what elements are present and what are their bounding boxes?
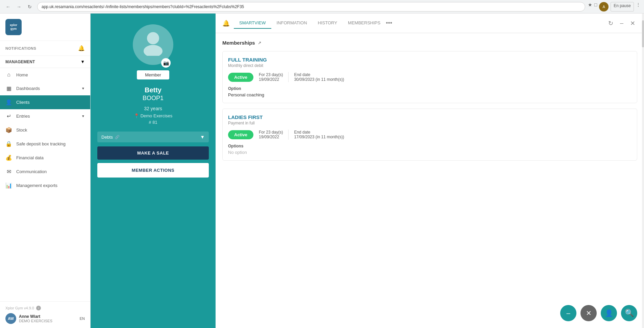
- reload-button[interactable]: ↻: [25, 2, 34, 11]
- person-floating-button[interactable]: 👤: [601, 305, 617, 321]
- main-content: Clients CLIENTS GUARANTEE REFERRALS PACK…: [91, 14, 644, 328]
- logo-text: xplorgym: [10, 23, 17, 31]
- url-text: app.uk.resamania.com/resaclients/-/infin…: [42, 4, 244, 9]
- option-section: Option Personal coaching: [228, 86, 631, 97]
- minimize-button[interactable]: –: [618, 19, 625, 28]
- debts-dropdown-icon[interactable]: ▼: [200, 134, 205, 140]
- close-button[interactable]: ✕: [628, 19, 637, 28]
- duration-label: For 23 day(s): [259, 72, 283, 77]
- close-floating-button[interactable]: ✕: [580, 305, 597, 321]
- sidebar-item-financial[interactable]: 💰 Financial data: [0, 151, 90, 165]
- tab-information[interactable]: INFORMATION: [271, 18, 313, 29]
- communication-icon: ✉: [5, 168, 12, 175]
- member-location: 📍 Demo Exercises: [134, 113, 173, 118]
- member-first-name: Betty: [145, 86, 162, 94]
- separator: [288, 72, 289, 82]
- management-chevron-icon: ▼: [80, 59, 85, 64]
- sidebar-item-stock[interactable]: 📦 Stock: [0, 123, 90, 137]
- notifications-section[interactable]: NOTIFICATIONS 🔔: [0, 41, 90, 56]
- app-layout: xplorgym NOTIFICATIONS 🔔 MANAGEMENT ▼ ⌂ …: [0, 14, 644, 328]
- member-panel: 📷 Member Betty BOOP1 32 years 📍 Demo Exe…: [91, 14, 216, 328]
- membership-card-ladies-first: LADIES FIRST Payment in full Active For …: [222, 109, 637, 161]
- end-date-value: 30/09/2023 (in 11 month(s)): [294, 77, 344, 82]
- sidebar-item-home[interactable]: ⌂ Home: [0, 68, 90, 81]
- smartview-body: Memberships ↗ FULL TRAINING Monthly dire…: [216, 33, 644, 328]
- extensions-icon[interactable]: □: [594, 2, 597, 11]
- membership-name: LADIES FIRST: [228, 114, 631, 120]
- sidebar-item-entries[interactable]: ↵ Entries ▼: [0, 109, 90, 123]
- sidebar-item-dashboards[interactable]: ▦ Dashboards ▼: [0, 81, 90, 95]
- safe-deposit-icon: 🔒: [5, 141, 12, 147]
- version-info: Xplor Gym v4.9.0 i: [5, 306, 85, 310]
- refresh-button[interactable]: ↻: [606, 19, 615, 28]
- search-floating-button[interactable]: 🔍: [621, 305, 637, 321]
- sidebar-item-dashboards-label: Dashboards: [16, 86, 40, 91]
- avatar-person-icon: [140, 29, 167, 61]
- debts-row[interactable]: Debts 🔗 ▼: [97, 132, 209, 142]
- bookmark-icon[interactable]: ★: [588, 2, 592, 11]
- stock-icon: 📦: [5, 127, 12, 133]
- browser-chrome: ← → ↻ app.uk.resamania.com/resaclients/-…: [0, 0, 644, 14]
- membership-subtitle: Payment in full: [228, 121, 631, 125]
- external-link-icon[interactable]: ↗: [258, 41, 261, 45]
- smartview-header: 🔔 SMARTVIEW INFORMATION HISTORY MEMBERSH…: [216, 14, 644, 33]
- avatar-wrapper: 📷: [133, 24, 173, 70]
- scrollbar-thumb[interactable]: [642, 20, 644, 47]
- smartview-panel: 🔔 SMARTVIEW INFORMATION HISTORY MEMBERSH…: [216, 14, 644, 328]
- forward-button[interactable]: →: [14, 2, 24, 11]
- membership-status-row: Active For 23 day(s) 19/09/2022 End date…: [228, 130, 631, 140]
- user-initials: AW: [8, 317, 14, 321]
- member-last-name: BOOP1: [143, 95, 164, 102]
- tab-memberships[interactable]: MEMBERSHIPS: [343, 18, 386, 29]
- sidebar-item-home-label: Home: [16, 72, 28, 77]
- memberships-title-text: Memberships: [222, 40, 255, 46]
- option-label: Option: [228, 86, 631, 91]
- membership-end-date: End date 30/09/2023 (in 11 month(s)): [294, 72, 344, 82]
- sidebar-item-safe-deposit[interactable]: 🔒 Safe deposit box tracking: [0, 137, 90, 151]
- menu-icon[interactable]: ⋮: [636, 2, 641, 11]
- clients-icon: 👤: [5, 99, 12, 106]
- floating-actions: – ✕ 👤 🔍: [560, 305, 637, 321]
- more-tabs-button[interactable]: •••: [386, 20, 392, 27]
- sidebar-item-clients-label: Clients: [16, 100, 30, 105]
- minimize-floating-button[interactable]: –: [560, 305, 576, 321]
- management-section[interactable]: MANAGEMENT ▼: [0, 56, 90, 68]
- membership-name: FULL TRAINING: [228, 57, 631, 63]
- sidebar-item-financial-label: Financial data: [16, 155, 44, 160]
- tab-history[interactable]: HISTORY: [313, 18, 343, 29]
- camera-button[interactable]: 📷: [161, 58, 171, 68]
- smartview-tabs: SMARTVIEW INFORMATION HISTORY MEMBERSHIP…: [234, 18, 392, 29]
- debts-text: Debts: [101, 135, 113, 140]
- scrollbar[interactable]: [642, 14, 644, 328]
- language-badge[interactable]: EN: [80, 317, 85, 321]
- user-name: Anne Wiart: [19, 314, 77, 319]
- dashboards-icon: ▦: [5, 85, 12, 92]
- sidebar-logo: xplorgym: [0, 14, 90, 41]
- sidebar: xplorgym NOTIFICATIONS 🔔 MANAGEMENT ▼ ⌂ …: [0, 14, 91, 328]
- browser-nav-buttons: ← → ↻: [3, 2, 34, 11]
- duration-date: 19/09/2022: [259, 135, 283, 139]
- back-button[interactable]: ←: [3, 2, 13, 11]
- sidebar-item-clients[interactable]: 👤 Clients: [0, 95, 90, 109]
- member-location-text: Demo Exercises: [141, 113, 173, 118]
- separator: [288, 130, 289, 140]
- browser-profile[interactable]: A: [599, 2, 609, 11]
- membership-card-full-training: FULL TRAINING Monthly direct debit Activ…: [222, 51, 637, 103]
- option-label: Options: [228, 144, 631, 148]
- sidebar-item-communication[interactable]: ✉ Communication: [0, 165, 90, 179]
- membership-subtitle: Monthly direct debit: [228, 63, 631, 68]
- nav-items: ⌂ Home ▦ Dashboards ▼ 👤 Clients ↵ Entrie…: [0, 68, 90, 301]
- sidebar-footer: Xplor Gym v4.9.0 i AW Anne Wiart DEMO EX…: [0, 301, 90, 328]
- bell-icon[interactable]: 🔔: [78, 45, 85, 51]
- tab-smartview[interactable]: SMARTVIEW: [234, 18, 271, 29]
- user-avatar: AW: [5, 313, 16, 324]
- address-bar[interactable]: app.uk.resamania.com/resaclients/-/infin…: [37, 2, 585, 11]
- bell-icon[interactable]: 🔔: [222, 20, 230, 27]
- sidebar-item-management-exports[interactable]: 📊 Management exports: [0, 179, 90, 192]
- version-text: Xplor Gym v4.9.0: [5, 306, 34, 310]
- member-actions-button[interactable]: MEMBER ACTIONS: [97, 163, 209, 178]
- make-sale-button[interactable]: MAKE A SALE: [97, 146, 209, 160]
- location-pin-icon: 📍: [134, 113, 139, 118]
- svg-point-0: [147, 32, 159, 44]
- pause-btn[interactable]: En pause: [611, 2, 634, 11]
